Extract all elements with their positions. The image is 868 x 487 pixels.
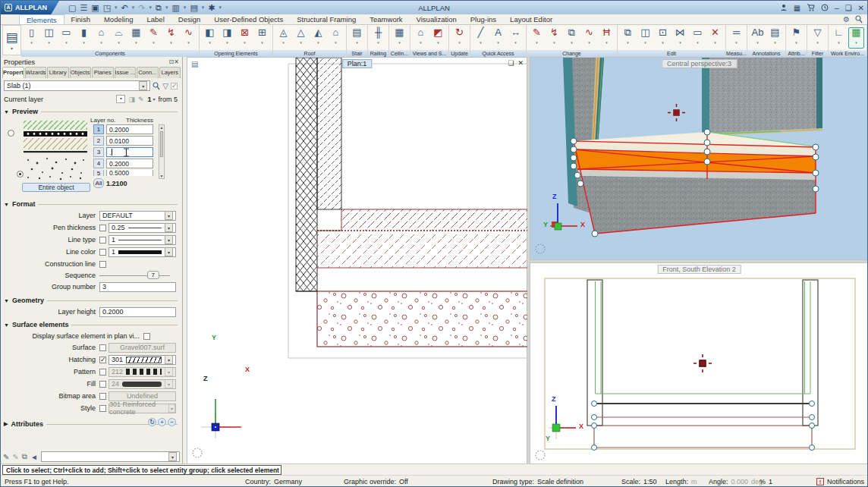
format-section-header[interactable]: ▼Format	[4, 200, 178, 209]
export-icon[interactable]: ◳	[103, 3, 111, 13]
redo-icon[interactable]: ↷	[138, 3, 145, 13]
filter-selection-icon[interactable]: ▽	[162, 82, 168, 90]
notifications-button[interactable]: ! Notifications	[816, 476, 864, 487]
railing-icon[interactable]: ╫	[370, 27, 386, 49]
text-icon[interactable]: A	[490, 27, 506, 49]
pen-thickness-checkbox[interactable]	[99, 225, 106, 231]
legend-icon[interactable]: ▤	[767, 27, 783, 49]
resize-icon[interactable]: ▭	[690, 27, 706, 49]
surface-section-header[interactable]: ▼Surface elements	[4, 320, 178, 329]
tab-layers[interactable]: Layers	[159, 67, 181, 78]
scroll-thumb[interactable]	[160, 131, 163, 157]
menu-plug-ins[interactable]: Plug-ins	[464, 14, 503, 24]
pen-thickness-select[interactable]: 0.25	[108, 223, 176, 233]
line-type-select[interactable]: 1	[108, 235, 176, 245]
close-button[interactable]: ✕	[858, 4, 864, 12]
slab-icon[interactable]: ▭	[58, 27, 74, 49]
layer-mute-icon[interactable]: ◨	[128, 96, 135, 103]
display-surface-checkbox[interactable]	[143, 333, 150, 340]
tab-planes[interactable]: Planes	[92, 67, 114, 78]
move-icon[interactable]: ⊡	[655, 27, 671, 49]
menu-user-defined-objects[interactable]: User-Defined Objects	[207, 14, 290, 24]
thickness-2[interactable]: 0.0100	[106, 136, 153, 146]
thickness-3-editing[interactable]: .	[106, 147, 153, 157]
graphic-override-status[interactable]: Graphic override:Off	[344, 476, 408, 487]
section-icon[interactable]: ◩	[430, 27, 446, 49]
rotate-icon[interactable]: ⋈	[672, 27, 688, 49]
component-axis-icon[interactable]: ∿	[181, 27, 197, 49]
user-account-icon[interactable]	[780, 4, 788, 11]
elevation-viewport-title[interactable]: Front, South Elevation 2	[657, 265, 741, 274]
plan-viewport[interactable]: ▤ Plan:1 ❏ ✕	[187, 57, 527, 465]
layer-no-5[interactable]: 5	[93, 170, 104, 176]
all-layers-button[interactable]: All	[93, 178, 104, 188]
add-attribute-icon[interactable]: +	[158, 418, 166, 426]
clipboard-icon[interactable]: ▥	[171, 3, 179, 13]
match-format-icon[interactable]: ✎	[3, 453, 9, 461]
menu-design[interactable]: Design	[171, 14, 208, 24]
line-color-checkbox[interactable]	[99, 249, 106, 256]
hatching-checkbox[interactable]	[99, 357, 106, 363]
perspective-viewport-title[interactable]: Central perspective:3	[662, 59, 737, 68]
layer-swatch-button[interactable]: ▪	[116, 95, 125, 103]
drill-opening-icon[interactable]: ⊠	[237, 27, 253, 49]
plan-close-icon[interactable]: ✕	[517, 59, 524, 67]
settings-gear-icon[interactable]: ⚙	[843, 15, 850, 24]
pattern-select[interactable]: 212	[108, 367, 176, 377]
measure-icon[interactable]: ═	[728, 27, 744, 49]
remove-attribute-icon[interactable]: −	[168, 418, 176, 426]
tab-wizards[interactable]: Wizards	[25, 67, 47, 78]
tab-library[interactable]: Library	[47, 67, 69, 78]
window-icon[interactable]: ◨	[219, 27, 235, 49]
refresh-attributes-icon[interactable]: ↻	[148, 418, 156, 426]
recess-icon[interactable]: ⌓	[111, 27, 127, 49]
layer-no-4[interactable]: 4	[93, 159, 104, 168]
plan-viewport-title[interactable]: Plan:1	[342, 59, 373, 68]
work-environment-icon[interactable]: ▦	[848, 27, 864, 49]
layer-height-input[interactable]: 0.2000	[99, 307, 176, 317]
menu-label[interactable]: Label	[140, 14, 171, 24]
height-change-icon[interactable]: Ħ	[599, 27, 615, 49]
stretch-icon[interactable]: ∿	[581, 27, 597, 49]
double-wall-icon[interactable]: ◫	[41, 27, 57, 49]
layer-no-1[interactable]: 1	[93, 124, 104, 134]
entire-object-button[interactable]: Entire object	[22, 183, 90, 192]
line-type-checkbox[interactable]	[99, 237, 106, 244]
perspective-viewport[interactable]: Central perspective:3 Z X Y	[530, 57, 868, 260]
dormer-icon[interactable]: ◭	[310, 27, 326, 49]
apply-checkbox[interactable]	[171, 83, 178, 90]
tools-icon[interactable]: ✱	[208, 3, 215, 13]
connect-grid-icon[interactable]: ▦	[794, 4, 800, 12]
pin-icon[interactable]: ⊡	[169, 58, 175, 65]
workspace-icon[interactable]: ∟	[831, 27, 847, 49]
save-icon[interactable]: ▣	[91, 3, 99, 13]
bitmap-area-button[interactable]: Undefined	[108, 391, 176, 401]
join-component-icon[interactable]: ↯	[163, 27, 179, 49]
element-selector[interactable]: Slab (1)	[4, 80, 150, 91]
undo-icon[interactable]: ↶	[121, 3, 128, 13]
menu-structural-framing[interactable]: Structural Framing	[290, 14, 363, 24]
layer-select[interactable]: DEFAULT	[99, 211, 176, 221]
scroll-up-icon[interactable]: ▲	[159, 125, 164, 130]
paste-icon[interactable]: ▤	[190, 3, 197, 13]
thickness-4[interactable]: 0.2000	[106, 159, 153, 168]
group-number-input[interactable]: 3	[99, 282, 176, 292]
menu-finish[interactable]: Finish	[64, 14, 97, 24]
style-checkbox[interactable]	[99, 405, 106, 412]
mesh-icon[interactable]: ▦	[128, 27, 144, 49]
panel-close-icon[interactable]: ✕	[174, 58, 179, 65]
construction-line-checkbox[interactable]	[99, 261, 106, 268]
table-scrollbar[interactable]: ▲ ▼	[159, 124, 165, 179]
pattern-checkbox[interactable]	[99, 369, 106, 375]
length-status[interactable]: Length:m	[665, 476, 697, 487]
search-icon[interactable]	[855, 15, 863, 24]
attributes-icon[interactable]: ⚑	[788, 27, 804, 49]
shop-cart-icon[interactable]	[807, 4, 815, 11]
tab-properties[interactable]: Propert...	[2, 67, 24, 78]
country-status[interactable]: Country:Germany	[245, 476, 302, 487]
plan-maximize-icon[interactable]: ❏	[508, 59, 514, 67]
update-icon[interactable]: ↻	[451, 27, 467, 49]
scroll-down-icon[interactable]: ▼	[159, 174, 164, 178]
zoom-to-icon[interactable]	[153, 82, 160, 90]
tab-issue[interactable]: Issue ...	[115, 67, 137, 78]
